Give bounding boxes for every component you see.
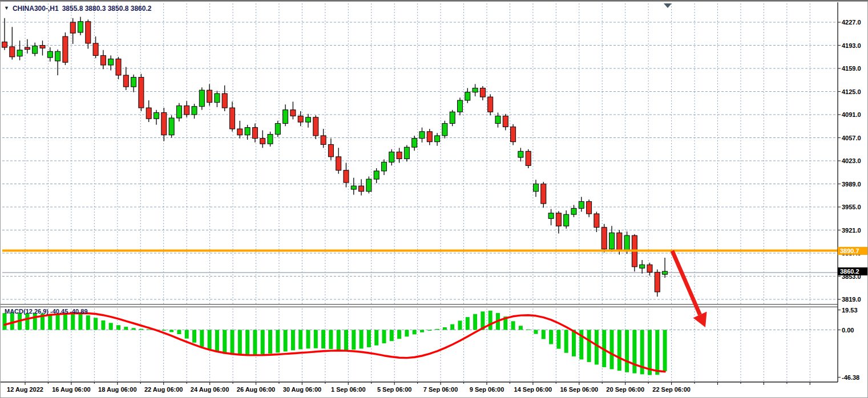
macd-histogram-bar	[458, 320, 462, 330]
symbol-period-label: CHINA300-,H1	[13, 5, 59, 13]
candle-body	[473, 88, 478, 92]
candle-body	[526, 151, 531, 165]
macd-histogram-bar	[329, 330, 333, 350]
macd-axis-label: 0.00	[842, 327, 854, 334]
candle-body	[25, 47, 30, 50]
candle-body	[283, 110, 288, 124]
macd-histogram-bar	[10, 312, 14, 330]
time-axis-label: 18 Aug 06:00	[98, 386, 136, 393]
candle-body	[442, 123, 447, 135]
candle-body	[275, 123, 280, 134]
macd-histogram-bar	[33, 313, 37, 330]
candle-body	[359, 186, 364, 192]
candle-body	[640, 265, 645, 268]
time-axis-label: 12 Aug 2022	[7, 386, 43, 393]
macd-histogram-bar	[177, 330, 181, 335]
macd-histogram-bar	[397, 330, 401, 339]
macd-histogram-bar	[116, 325, 120, 330]
current-price-tag: 3860.2	[838, 267, 867, 275]
candle-body	[594, 214, 599, 228]
macd-layer	[0, 304, 838, 375]
candle-body	[541, 184, 546, 204]
time-axis-label: 20 Sep 06:00	[606, 386, 644, 393]
candle-body	[534, 184, 539, 192]
macd-histogram-bar	[86, 315, 90, 330]
candle-body	[579, 201, 584, 208]
candle-body	[647, 265, 652, 272]
candle-body	[33, 46, 38, 54]
candle-body	[328, 144, 333, 156]
candle-body	[495, 116, 500, 123]
price-axis-label: 3921.0	[842, 227, 861, 234]
candle-body	[215, 94, 220, 102]
candle-body	[192, 107, 197, 115]
macd-histogram-bar	[162, 330, 166, 331]
time-axis-label: 24 Aug 06:00	[191, 386, 229, 393]
macd-histogram-bar	[526, 330, 530, 330]
macd-histogram-bar	[413, 330, 417, 335]
candle-body	[260, 139, 265, 144]
candle-body	[86, 22, 91, 43]
candle-body	[298, 116, 303, 122]
macd-histogram-bar	[215, 330, 219, 352]
candle-body	[17, 50, 22, 56]
candle-body	[245, 128, 250, 135]
macd-histogram-bar	[284, 330, 288, 352]
macd-histogram-bar	[79, 313, 83, 330]
candle-body	[587, 201, 592, 213]
macd-histogram-bar	[208, 330, 212, 350]
chart-canvas[interactable]: 4227.04193.04159.04125.04091.04057.04023…	[0, 1, 868, 398]
macd-histogram-bar	[420, 330, 424, 332]
macd-histogram-bar	[534, 330, 538, 334]
time-axis-label: 16 Aug 06:00	[52, 386, 90, 393]
time-axis-label: 26 Aug 06:00	[237, 386, 275, 393]
macd-histogram-bar	[632, 330, 636, 373]
candle-body	[351, 186, 356, 189]
macd-histogram-bar	[261, 330, 265, 355]
candle-body	[571, 208, 576, 214]
resistance-price-tag: 3890.7	[838, 247, 867, 255]
time-axis-label: 5 Sep 06:00	[377, 386, 412, 393]
symbol-title: ▼ CHINA300-,H1 3855.8 3880.3 3850.8 3860…	[4, 5, 151, 13]
macd-histogram-bar	[655, 330, 659, 375]
candle-body	[10, 47, 15, 57]
candles-layer	[2, 3, 838, 297]
macd-histogram-bar	[109, 323, 113, 330]
grid-layer	[2, 3, 838, 381]
time-axis-label: 16 Sep 06:00	[560, 386, 598, 393]
candle-body	[556, 213, 561, 226]
candle-body	[306, 117, 311, 122]
candle-body	[344, 170, 349, 182]
macd-histogram-bar	[405, 330, 409, 337]
macd-histogram-bar	[610, 330, 614, 369]
candle-body	[412, 139, 417, 147]
candle-body	[389, 152, 394, 163]
macd-histogram-bar	[382, 330, 386, 344]
chevron-down-icon[interactable]: ▼	[4, 5, 9, 11]
time-axis-label: 14 Sep 06:00	[514, 386, 552, 393]
macd-axis-label: -46.38	[842, 374, 859, 381]
candle-body	[313, 117, 318, 136]
mt4-chart-window: 4227.04193.04159.04125.04091.04057.04023…	[0, 0, 868, 398]
macd-histogram-bar	[352, 330, 356, 350]
macd-histogram-bar	[291, 330, 295, 351]
macd-histogram-bar	[245, 330, 249, 356]
macd-histogram-bar	[564, 330, 568, 353]
candle-body	[199, 90, 204, 107]
candle-body	[435, 136, 440, 142]
candle-body	[162, 112, 167, 135]
candle-body	[108, 59, 114, 65]
axes-layer[interactable]: 4227.04193.04159.04125.04091.04057.04023…	[0, 2, 861, 393]
macd-histogram-bar	[94, 318, 98, 330]
macd-histogram-bar	[268, 330, 272, 354]
candle-body	[419, 132, 425, 139]
price-axis-label: 4159.0	[842, 65, 861, 72]
macd-histogram-bar	[185, 330, 189, 339]
candle-body	[116, 59, 121, 75]
candle-body	[222, 94, 227, 108]
macd-histogram-bar	[71, 314, 75, 330]
macd-histogram-bar	[169, 330, 173, 332]
candle-body	[601, 228, 607, 249]
candle-body	[154, 112, 159, 119]
price-axis-label: 4227.0	[842, 19, 861, 26]
